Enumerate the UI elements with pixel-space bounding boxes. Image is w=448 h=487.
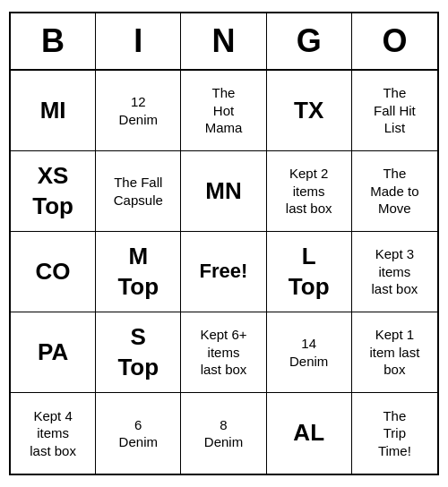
bingo-cell-13: L Top (267, 232, 352, 312)
bingo-cell-9: The Made to Move (352, 151, 437, 232)
header-letter-n: N (181, 13, 266, 69)
bingo-grid: MI12 DenimThe Hot MamaTXThe Fall Hit Lis… (11, 71, 437, 474)
header-letter-i: I (96, 13, 181, 69)
header-letter-g: G (267, 13, 352, 69)
header-letter-b: B (11, 13, 96, 69)
bingo-cell-15: PA (11, 312, 96, 393)
header-letter-o: O (352, 13, 437, 69)
bingo-cell-4: The Fall Hit List (352, 71, 437, 151)
bingo-header: BINGO (11, 13, 437, 71)
bingo-cell-19: Kept 1 item last box (352, 312, 437, 393)
bingo-cell-17: Kept 6+ items last box (181, 312, 266, 393)
bingo-cell-23: AL (267, 393, 352, 474)
bingo-cell-0: MI (11, 71, 96, 151)
bingo-cell-3: TX (267, 71, 352, 151)
bingo-cell-14: Kept 3 items last box (352, 232, 437, 312)
bingo-cell-5: XS Top (11, 151, 96, 232)
bingo-cell-11: M Top (96, 232, 181, 312)
bingo-cell-20: Kept 4 items last box (11, 393, 96, 474)
bingo-cell-18: 14 Denim (267, 312, 352, 393)
bingo-cell-6: The Fall Capsule (96, 151, 181, 232)
bingo-cell-24: The Trip Time! (352, 393, 437, 474)
bingo-cell-1: 12 Denim (96, 71, 181, 151)
bingo-cell-7: MN (181, 151, 266, 232)
bingo-cell-2: The Hot Mama (181, 71, 266, 151)
bingo-cell-16: S Top (96, 312, 181, 393)
bingo-cell-8: Kept 2 items last box (267, 151, 352, 232)
bingo-cell-21: 6 Denim (96, 393, 181, 474)
bingo-cell-22: 8 Denim (181, 393, 266, 474)
bingo-cell-10: CO (11, 232, 96, 312)
bingo-cell-12: Free! (181, 232, 266, 312)
bingo-board: BINGO MI12 DenimThe Hot MamaTXThe Fall H… (9, 12, 439, 475)
